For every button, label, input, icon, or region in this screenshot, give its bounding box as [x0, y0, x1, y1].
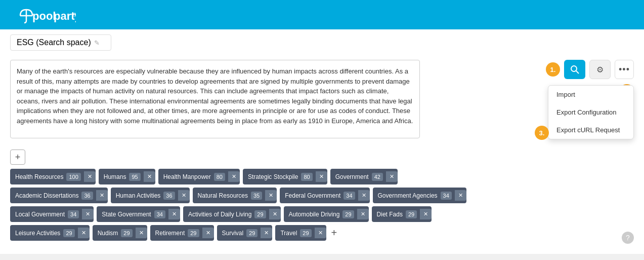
badge-1: 1.: [546, 62, 560, 77]
list-item: Automobile Driving 29 ✕: [284, 206, 369, 222]
dots-icon: •••: [619, 64, 630, 75]
tag-close-button[interactable]: ✕: [96, 190, 108, 201]
logo-area: pool party ®: [10, 5, 76, 25]
list-item: Health Manpower 80 ✕: [158, 169, 240, 184]
list-item: Nudism 29 ✕: [93, 225, 147, 241]
poolparty-logo: pool party ®: [10, 5, 76, 25]
list-item: State Government 34 ✕: [97, 206, 180, 222]
search-button[interactable]: [564, 60, 585, 79]
search-space-bar: ESG (Search space) ✎: [10, 34, 111, 51]
tag-close-button[interactable]: ✕: [386, 171, 398, 182]
controls-top: 1. ⚙ •••: [546, 60, 634, 79]
list-item: Humans 95 ✕: [99, 169, 155, 184]
tags-section: Health Resources 100 ✕ Humans 95 ✕ Healt…: [10, 169, 634, 249]
svg-text:pool: pool: [32, 10, 56, 22]
main-content: ESG (Search space) ✎ Many of the earth's…: [0, 29, 644, 254]
list-item: Natural Resources 35 ✕: [193, 188, 277, 203]
more-options-button[interactable]: •••: [615, 60, 634, 79]
tags-row-3: Local Government 34 ✕ State Government 3…: [10, 206, 634, 222]
tag-close-button[interactable]: ✕: [178, 190, 190, 201]
tag-close-button[interactable]: ✕: [420, 209, 432, 219]
dropdown-item-export-config[interactable]: Export Configuration: [548, 103, 633, 121]
list-item: Retirement 29 ✕: [150, 225, 214, 241]
search-space-label: ESG (Search space): [17, 38, 91, 47]
add-more-tags-button[interactable]: +: [329, 227, 339, 239]
list-item: Academic Dissertations 36 ✕: [10, 188, 108, 203]
tags-row-2: Academic Dissertations 36 ✕ Human Activi…: [10, 188, 634, 203]
edit-icon[interactable]: ✎: [94, 39, 100, 47]
tag-close-button[interactable]: ✕: [455, 190, 466, 201]
list-item: Diet Fads 29 ✕: [372, 206, 432, 222]
dropdown-item-export-curl[interactable]: Export cURL Request: [548, 121, 633, 139]
badge-3: 3.: [535, 126, 549, 140]
tags-row-4: Leisure Activities 29 ✕ Nudism 29 ✕ Reti…: [10, 225, 634, 241]
add-box-button[interactable]: +: [10, 150, 25, 165]
gear-button[interactable]: ⚙: [589, 60, 611, 79]
help-icon[interactable]: ?: [622, 232, 634, 244]
tag-close-button[interactable]: ✕: [261, 228, 272, 238]
right-controls: 1. ⚙ ••• Import Export Configuration: [428, 60, 634, 140]
tag-close-button[interactable]: ✕: [202, 228, 214, 238]
tag-close-button[interactable]: ✕: [136, 228, 147, 238]
tag-close-button[interactable]: ✕: [265, 190, 277, 201]
app-header: pool party ®: [0, 0, 644, 29]
tag-close-button[interactable]: ✕: [84, 171, 96, 182]
tag-close-button[interactable]: ✕: [358, 190, 370, 201]
dropdown-item-import[interactable]: Import: [548, 86, 633, 103]
svg-line-6: [576, 71, 579, 73]
svg-text:®: ®: [73, 12, 76, 18]
dropdown-menu: Import Export Configuration Export cURL …: [548, 85, 634, 139]
list-item: Activities of Daily Living 29 ✕: [183, 206, 281, 222]
list-item: Health Resources 100 ✕: [10, 169, 96, 184]
tag-close-button[interactable]: ✕: [228, 171, 240, 182]
list-item: Federal Government 34 ✕: [280, 188, 369, 203]
tags-row-1: Health Resources 100 ✕ Humans 95 ✕ Healt…: [10, 169, 634, 184]
svg-point-5: [571, 66, 577, 71]
tag-close-button[interactable]: ✕: [78, 228, 90, 238]
list-item: Strategic Stockpile 80 ✕: [243, 169, 327, 184]
tag-close-button[interactable]: ✕: [144, 171, 155, 182]
search-icon: [570, 65, 579, 74]
tag-close-button[interactable]: ✕: [269, 209, 281, 219]
tag-close-button[interactable]: ✕: [316, 171, 327, 182]
list-item: Local Government 34 ✕: [10, 206, 94, 222]
list-item: Survival 29 ✕: [217, 225, 273, 241]
list-item: Government 42 ✕: [330, 169, 398, 184]
tag-close-button[interactable]: ✕: [168, 209, 180, 219]
list-item: Leisure Activities 29 ✕: [10, 225, 90, 241]
textarea-wrapper: Many of the earth's resources are especi…: [10, 60, 420, 140]
tag-close-button[interactable]: ✕: [357, 209, 369, 219]
list-item: Travel 29 ✕: [275, 225, 326, 241]
tag-close-button[interactable]: ✕: [315, 228, 326, 238]
list-item: Government Agencies 34 ✕: [373, 188, 466, 203]
tag-close-button[interactable]: ✕: [82, 209, 94, 219]
main-textarea[interactable]: Many of the earth's resources are especi…: [10, 60, 420, 138]
gear-icon: ⚙: [596, 65, 604, 75]
list-item: Human Activities 36 ✕: [111, 188, 190, 203]
